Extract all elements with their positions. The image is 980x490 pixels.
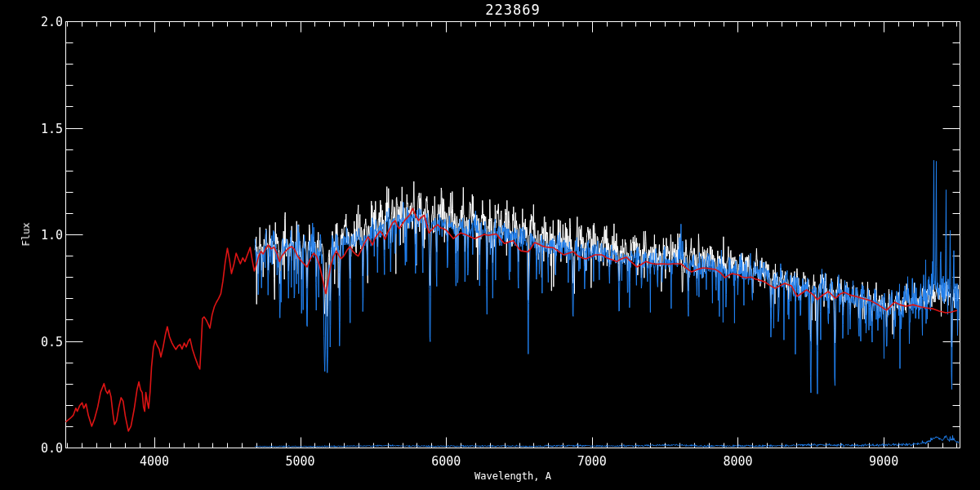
x-tick-label: 9000 [859,454,908,469]
spectrum-canvas [0,0,980,490]
plot-title: 223869 [65,2,960,18]
x-tick-label: 4000 [130,454,179,469]
x-tick-label: 8000 [713,454,762,469]
x-axis-label: Wavelength, A [65,470,960,482]
y-tick-label: 0.0 [25,441,63,456]
x-tick-label: 7000 [568,454,617,469]
y-tick-label: 0.5 [25,335,63,350]
spectrum-plot-window: 223869 Wavelength, A Flux 40005000600070… [0,0,980,490]
y-tick-label: 2.0 [25,15,63,29]
y-tick-label: 1.5 [25,122,63,136]
x-tick-label: 5000 [276,454,325,469]
y-tick-label: 1.0 [25,228,63,243]
x-tick-label: 6000 [421,454,470,469]
